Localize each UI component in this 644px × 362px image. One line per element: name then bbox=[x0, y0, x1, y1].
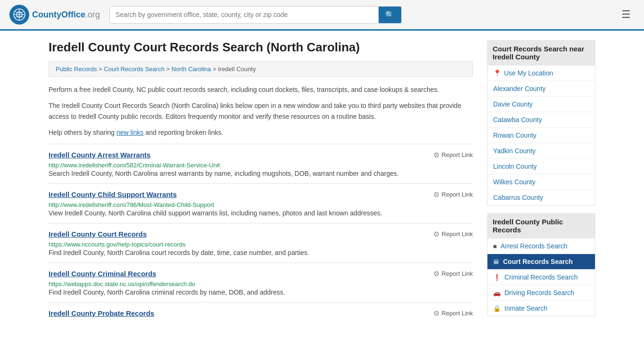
nearby-county-item[interactable]: Davie County bbox=[487, 97, 595, 112]
nearby-county-item[interactable]: Yadkin County bbox=[487, 143, 595, 159]
result-url[interactable]: https://www.nccourts.gov/help-topics/cou… bbox=[49, 241, 185, 248]
logo-icon bbox=[9, 5, 29, 25]
result-item: Iredell County Child Support Warrants ⚙ … bbox=[49, 183, 473, 223]
result-item: Iredell County Probate Records ⚙ Report … bbox=[49, 302, 473, 324]
logo-text: CountyOffice.org bbox=[32, 10, 100, 20]
result-description: Find Iredell County, North Carolina cour… bbox=[49, 248, 473, 258]
breadcrumb-iredell-county: Iredell County bbox=[218, 66, 256, 73]
nearby-county-item[interactable]: Catawba County bbox=[487, 112, 595, 128]
public-records-item[interactable]: 🔒Inmate Search bbox=[487, 301, 595, 316]
nearby-county-item[interactable]: Wilkes County bbox=[487, 174, 595, 190]
nearby-county-item[interactable]: Rowan County bbox=[487, 128, 595, 143]
page-title: Iredell County Court Records Search (Nor… bbox=[49, 40, 473, 55]
public-records-link[interactable]: Driving Records Search bbox=[504, 289, 574, 296]
result-header: Iredell County Criminal Records ⚙ Report… bbox=[49, 270, 473, 278]
result-item: Iredell County Criminal Records ⚙ Report… bbox=[49, 263, 473, 302]
logo-link[interactable]: CountyOffice.org bbox=[9, 5, 100, 25]
nearby-counties-list: 📍 Use My Location Alexander CountyDavie … bbox=[487, 66, 595, 206]
nearby-county-link[interactable]: Cabarrus County bbox=[493, 194, 543, 201]
public-records-link[interactable]: Arrest Records Search bbox=[501, 242, 568, 250]
report-icon: ⚙ bbox=[433, 151, 439, 159]
report-link-label: Report Link bbox=[442, 191, 473, 198]
result-description: Find Iredell County, North Carolina crim… bbox=[49, 288, 473, 297]
breadcrumb-public-records[interactable]: Public Records bbox=[56, 66, 97, 73]
description-3: Help others by sharing new links and rep… bbox=[49, 127, 473, 138]
report-link-label: Report Link bbox=[442, 230, 473, 238]
result-item: Iredell County Court Records ⚙ Report Li… bbox=[49, 223, 473, 263]
nearby-county-item[interactable]: Alexander County bbox=[487, 81, 595, 97]
sidebar-record-icon: 🔒 bbox=[493, 305, 501, 312]
sidebar-record-icon: ■ bbox=[493, 243, 497, 250]
main-container: Iredell County Court Records Search (Nor… bbox=[39, 31, 605, 334]
search-icon: 🔍 bbox=[385, 11, 395, 19]
public-records-link[interactable]: Inmate Search bbox=[504, 304, 547, 312]
nearby-county-link[interactable]: Alexander County bbox=[493, 85, 545, 92]
hamburger-icon: ☰ bbox=[621, 8, 631, 20]
result-header: Iredell County Child Support Warrants ⚙ … bbox=[49, 190, 473, 199]
report-icon: ⚙ bbox=[433, 270, 439, 278]
result-description: Search Iredell County, North Carolina ar… bbox=[49, 169, 473, 179]
result-item: Iredell County Arrest Warrants ⚙ Report … bbox=[49, 144, 473, 183]
result-title[interactable]: Iredell County Criminal Records bbox=[49, 270, 156, 278]
result-header: Iredell County Arrest Warrants ⚙ Report … bbox=[49, 151, 473, 159]
location-pin-icon: 📍 bbox=[493, 69, 501, 77]
public-records-link[interactable]: Court Records Search bbox=[503, 258, 573, 265]
report-link-label: Report Link bbox=[442, 270, 473, 277]
sidebar-record-icon: 🏛 bbox=[493, 258, 499, 265]
sidebar-record-icon: 🚗 bbox=[493, 289, 501, 296]
public-records-section-title: Iredell County Public Records bbox=[487, 213, 595, 239]
search-button[interactable]: 🔍 bbox=[379, 7, 401, 23]
public-records-link[interactable]: Criminal Records Search bbox=[504, 273, 578, 281]
nearby-county-link[interactable]: Catawba County bbox=[493, 116, 542, 123]
search-input[interactable] bbox=[110, 7, 379, 23]
report-icon: ⚙ bbox=[433, 230, 439, 239]
search-bar: 🔍 bbox=[109, 6, 402, 24]
nearby-county-link[interactable]: Davie County bbox=[493, 100, 533, 108]
nearby-county-item[interactable]: Cabarrus County bbox=[487, 190, 595, 205]
nearby-county-item[interactable]: Lincoln County bbox=[487, 159, 595, 174]
result-header: Iredell County Court Records ⚙ Report Li… bbox=[49, 230, 473, 239]
hamburger-menu-button[interactable]: ☰ bbox=[618, 7, 635, 23]
report-link-button[interactable]: ⚙ Report Link bbox=[433, 230, 473, 239]
new-links-link[interactable]: new links bbox=[116, 129, 144, 136]
results-list: Iredell County Arrest Warrants ⚙ Report … bbox=[49, 144, 473, 324]
result-title[interactable]: Iredell County Court Records bbox=[49, 230, 147, 238]
breadcrumb-north-carolina[interactable]: North Carolina bbox=[172, 66, 211, 73]
report-link-button[interactable]: ⚙ Report Link bbox=[433, 190, 473, 199]
report-link-button[interactable]: ⚙ Report Link bbox=[433, 270, 473, 278]
public-records-item[interactable]: ❗Criminal Records Search bbox=[487, 270, 595, 285]
result-url[interactable]: http://www.iredellsheriff.com/582/Crimin… bbox=[49, 162, 220, 169]
public-records-list: ■Arrest Records Search🏛Court Records Sea… bbox=[487, 239, 595, 316]
report-icon: ⚙ bbox=[433, 309, 439, 318]
result-url[interactable]: http://www.iredellsheriff.com/786/Most-W… bbox=[49, 201, 214, 208]
breadcrumb-court-records-search[interactable]: Court Records Search bbox=[104, 66, 165, 73]
result-title[interactable]: Iredell County Child Support Warrants bbox=[49, 190, 177, 198]
nearby-county-link[interactable]: Lincoln County bbox=[493, 163, 537, 170]
nearby-county-link[interactable]: Wilkes County bbox=[493, 178, 535, 186]
sidebar-record-icon: ❗ bbox=[493, 274, 501, 281]
report-icon: ⚙ bbox=[433, 190, 439, 199]
description-1: Perform a free Iredell County, NC public… bbox=[49, 84, 473, 95]
result-title[interactable]: Iredell County Probate Records bbox=[49, 309, 154, 317]
report-link-label: Report Link bbox=[442, 151, 473, 158]
use-location-link[interactable]: Use My Location bbox=[504, 69, 553, 77]
report-link-button[interactable]: ⚙ Report Link bbox=[433, 309, 473, 318]
public-records-item[interactable]: ■Arrest Records Search bbox=[487, 239, 595, 254]
nearby-county-link[interactable]: Yadkin County bbox=[493, 147, 536, 155]
use-location-item[interactable]: 📍 Use My Location bbox=[487, 66, 595, 81]
content-area: Iredell County Court Records Search (Nor… bbox=[49, 40, 473, 324]
header: CountyOffice.org 🔍 ☰ bbox=[0, 0, 644, 31]
result-title[interactable]: Iredell County Arrest Warrants bbox=[49, 151, 150, 159]
description-2: The Iredell County Court Records Search … bbox=[49, 100, 473, 122]
breadcrumb: Public Records > Court Records Search > … bbox=[49, 61, 473, 77]
result-description: View Iredell County, North Carolina chil… bbox=[49, 208, 473, 218]
report-link-button[interactable]: ⚙ Report Link bbox=[433, 151, 473, 159]
result-url[interactable]: https://webapps.doc.state.nc.us/opi/offe… bbox=[49, 280, 195, 288]
sidebar: Court Records Search near Iredell County… bbox=[487, 40, 595, 324]
public-records-item[interactable]: 🏛Court Records Search bbox=[487, 254, 595, 270]
result-header: Iredell County Probate Records ⚙ Report … bbox=[49, 309, 473, 318]
nearby-section-title: Court Records Search near Iredell County bbox=[487, 40, 595, 66]
public-records-item[interactable]: 🚗Driving Records Search bbox=[487, 285, 595, 301]
nearby-county-link[interactable]: Rowan County bbox=[493, 132, 537, 139]
report-link-label: Report Link bbox=[442, 310, 473, 317]
